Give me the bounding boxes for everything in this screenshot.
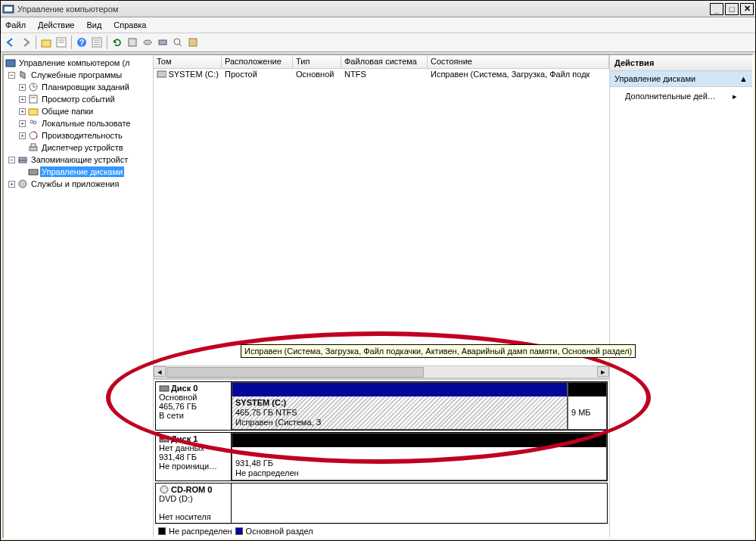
svg-rect-32 [19, 160, 26, 163]
col-volume[interactable]: Том [154, 55, 222, 68]
search-icon[interactable] [171, 36, 185, 49]
svg-rect-2 [42, 40, 51, 47]
svg-rect-22 [30, 95, 37, 103]
col-type[interactable]: Тип [293, 55, 341, 68]
minimize-button[interactable]: _ [710, 3, 723, 15]
app-icon [2, 3, 14, 15]
menu-file[interactable]: Файл [5, 20, 26, 30]
maximize-button[interactable]: □ [725, 3, 739, 15]
volume-list-header: Том Расположение Тип Файловая система Со… [154, 55, 609, 69]
tree-scheduler[interactable]: +Планировщик заданий [4, 81, 153, 93]
tree-devmgr[interactable]: Диспетчер устройств [4, 141, 153, 154]
disk-icon-2[interactable] [156, 36, 170, 49]
disk0-partition-system[interactable]: SYSTEM (C:) 465,75 ГБ NTFS Исправен (Сис… [232, 382, 568, 430]
props-icon[interactable] [54, 36, 68, 49]
tree-panel: Управление компьютером (л −Служебные про… [4, 55, 154, 537]
scroll-right-icon[interactable]: ▸ [597, 366, 609, 377]
actions-panel: Действия Управление дисками ▲ Дополнител… [610, 55, 752, 537]
svg-point-13 [144, 40, 151, 45]
menu-action[interactable]: Действие [38, 20, 74, 30]
svg-rect-17 [189, 39, 197, 46]
disk1-info[interactable]: Диск 1 Нет данных 931,48 ГБ Не проиници… [156, 433, 232, 480]
svg-text:?: ? [79, 38, 85, 47]
scroll-thumb[interactable] [166, 367, 424, 378]
management-console: Управление компьютером _ □ ✕ Файл Действ… [0, 0, 756, 541]
window-title: Управление компьютером [17, 5, 710, 14]
back-button[interactable] [4, 36, 17, 49]
legend-unalloc-swatch [158, 527, 166, 535]
tree-localusers[interactable]: +Локальные пользовате [4, 117, 153, 129]
svg-point-40 [163, 489, 166, 491]
disk0-row: Диск 0 Основной 465,76 ГБ В сети SYSTEM … [155, 381, 608, 431]
svg-rect-33 [29, 169, 38, 175]
tree-group-system[interactable]: −Служебные программы [4, 69, 153, 81]
svg-rect-29 [30, 147, 37, 151]
collapse-icon[interactable]: ▲ [739, 74, 748, 83]
cdrom-row: CD-ROM 0 DVD (D:) Нет носителя [155, 483, 608, 524]
refresh-icon[interactable] [110, 36, 124, 49]
legend-primary-swatch [235, 527, 243, 535]
volume-row[interactable]: SYSTEM (C:) Простой Основной NTFS Исправ… [154, 69, 609, 81]
svg-rect-14 [159, 40, 166, 45]
titlebar[interactable]: Управление компьютером _ □ ✕ [1, 1, 755, 17]
col-layout[interactable]: Расположение [222, 55, 293, 68]
legend: Не распределен Основной раздел [154, 524, 609, 537]
volume-list[interactable]: SYSTEM (C:) Простой Основной NTFS Исправ… [154, 69, 609, 365]
menu-view[interactable]: Вид [86, 20, 101, 30]
tree-diskmgmt[interactable]: Управление дисками [4, 166, 153, 178]
disk-graphic-pane: Диск 0 Основной 465,76 ГБ В сети SYSTEM … [154, 378, 609, 524]
extra-icon[interactable] [186, 36, 200, 49]
svg-rect-35 [157, 71, 166, 77]
col-fs[interactable]: Файловая система [341, 55, 428, 68]
svg-rect-12 [129, 39, 136, 46]
svg-point-26 [33, 121, 36, 124]
menubar: Файл Действие Вид Справка [1, 17, 755, 33]
svg-rect-30 [31, 144, 36, 147]
scroll-left-icon[interactable]: ◂ [154, 366, 166, 377]
tree-shared[interactable]: +Общие папки [4, 105, 153, 117]
cdrom-info[interactable]: CD-ROM 0 DVD (D:) Нет носителя [156, 483, 232, 523]
svg-rect-36 [160, 386, 169, 391]
svg-point-38 [160, 435, 164, 440]
window-controls: _ □ ✕ [710, 3, 754, 15]
svg-rect-1 [5, 7, 12, 11]
menu-help[interactable]: Справка [114, 20, 146, 30]
up-icon[interactable] [39, 36, 53, 49]
col-status[interactable]: Состояние [428, 55, 609, 68]
legend-unalloc: Не распределен [169, 527, 232, 536]
action-more[interactable]: Дополнительные дей… ▸ [610, 87, 752, 106]
svg-rect-18 [6, 60, 15, 67]
svg-rect-24 [29, 109, 38, 115]
tree-root[interactable]: Управление компьютером (л [4, 57, 153, 69]
svg-point-15 [174, 39, 180, 45]
svg-point-25 [30, 120, 33, 123]
partition-tooltip: Исправен (Система, Загрузка, Файл подкач… [241, 344, 636, 358]
disk0-partition-9mb[interactable]: 9 МБ [568, 382, 607, 430]
svg-line-16 [179, 44, 182, 46]
toolbar: ? [1, 33, 755, 52]
tree-group-storage[interactable]: −Запоминающие устройст [4, 154, 153, 166]
center-panel: Том Расположение Тип Файловая система Со… [154, 55, 610, 537]
help-icon[interactable]: ? [75, 36, 89, 49]
legend-primary: Основной раздел [246, 527, 313, 536]
disk1-unallocated[interactable]: 931,48 ГБ Не распределен [232, 433, 607, 480]
settings-icon[interactable] [126, 36, 139, 49]
svg-rect-31 [19, 157, 26, 160]
content-area: Управление компьютером (л −Служебные про… [2, 54, 754, 539]
disk0-info[interactable]: Диск 0 Основной 465,76 ГБ В сети [156, 382, 232, 430]
tree-perf[interactable]: +Производительность [4, 129, 153, 141]
forward-button[interactable] [19, 36, 33, 49]
disk1-row: Диск 1 Нет данных 931,48 ГБ Не проиници…… [155, 432, 608, 481]
tree-group-services[interactable]: +Службы и приложения [4, 178, 153, 190]
chevron-right-icon: ▸ [733, 92, 737, 101]
close-button[interactable]: ✕ [740, 3, 754, 15]
actions-header: Действия [610, 55, 752, 71]
svg-point-34 [19, 180, 26, 188]
disk-icon-1[interactable] [141, 36, 154, 49]
list-icon[interactable] [90, 36, 104, 49]
tree-events[interactable]: +Просмотр событий [4, 93, 153, 105]
list-hscrollbar[interactable]: ◂ ▸ [154, 365, 609, 378]
actions-disk-header[interactable]: Управление дисками ▲ [610, 71, 752, 87]
